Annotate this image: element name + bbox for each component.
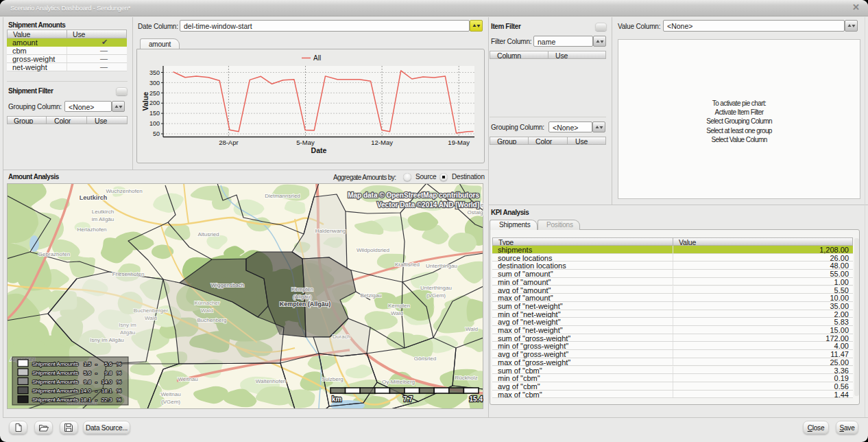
svg-text:%: % [117,388,121,394]
svg-text:5-May: 5-May [296,139,315,146]
svg-text:Wald: Wald [145,315,157,321]
svg-text:Kürnacher: Kürnacher [195,300,220,306]
svg-text:%: % [117,361,121,367]
svg-text:Vector Data ©2014 AND [World]: Vector Data ©2014 AND [World] [377,201,479,209]
svg-text:Wald: Wald [466,326,478,332]
svg-text:50: 50 [153,130,160,137]
svg-text:Sulzberg: Sulzberg [322,376,343,382]
svg-text:5.6: 5.6 [104,361,112,367]
svg-text:(VGem): (VGem) [161,399,180,405]
svg-text:im Allgäu: im Allgäu [92,216,114,222]
svg-text:Value: Value [141,92,149,111]
svg-text:Map data © OpenStreetMap contr: Map data © OpenStreetMap contributors [348,191,479,199]
svg-text:14.0: 14.0 [101,379,112,385]
svg-text:(VGem): (VGem) [426,292,446,299]
svg-text:Wald: Wald [201,307,213,314]
svg-text:-: - [95,370,97,376]
svg-text:Unterthingau: Unterthingau [426,263,457,269]
svg-text:Shipment Amounts: Shipment Amounts [32,397,78,403]
svg-text:100: 100 [149,120,160,127]
svg-text:Wiggensbach: Wiggensbach [211,282,244,288]
svg-text:-: - [95,397,97,403]
svg-text:250: 250 [149,90,160,97]
svg-text:Rückholz: Rückholz [455,375,478,381]
svg-text:km: km [332,395,342,403]
svg-text:1.5: 1.5 [84,361,92,367]
svg-text:18.1: 18.1 [101,388,112,394]
svg-text:-: - [95,361,97,367]
svg-text:Buchenberger: Buchenberger [134,307,169,314]
svg-text:Weitnau: Weitnau [160,391,180,397]
svg-text:(Allgäu): (Allgäu) [293,294,312,300]
svg-text:Görisried: Görisried [414,356,436,362]
svg-text:Herlazhofen: Herlazhofen [77,226,106,233]
svg-text:%: % [117,370,121,376]
svg-text:Waltenhofen: Waltenhofen [256,378,287,384]
svg-text:-: - [95,379,97,385]
svg-text:Haldenwang: Haldenwang [315,228,346,234]
svg-text:28-Apr: 28-Apr [219,139,239,146]
svg-text:Kempten: Kempten [291,286,313,292]
svg-text:7.7: 7.7 [403,395,413,403]
svg-text:Kempten (Allgäu): Kempten (Allgäu) [280,301,331,307]
svg-text:Wald: Wald [391,310,403,316]
svg-text:200: 200 [149,100,160,106]
svg-text:Friesenhofen: Friesenhofen [112,271,145,277]
svg-text:Shipment Amounts: Shipment Amounts [32,379,78,385]
svg-text:22.3: 22.3 [101,397,112,403]
svg-text:Shipment Amounts: Shipment Amounts [32,361,78,367]
svg-text:300: 300 [149,80,160,86]
svg-text:15.4: 15.4 [470,395,483,403]
svg-text:Date: Date [311,146,327,154]
svg-text:Shipment Amounts: Shipment Amounts [32,388,78,394]
svg-text:9.8: 9.8 [104,370,112,376]
svg-text:Isny im: Isny im [119,322,136,328]
svg-text:9.8: 9.8 [84,379,92,385]
svg-text:Leutkirch: Leutkirch [92,209,114,215]
svg-text:14.0: 14.0 [80,388,91,394]
svg-text:Unterthingau: Unterthingau [420,285,452,291]
svg-text:Gebrazhofen: Gebrazhofen [38,251,70,257]
svg-text:Durach: Durach [333,334,350,340]
svg-text:Leutkirch: Leutkirch [80,194,108,201]
svg-text:%: % [117,379,121,385]
svg-text:Kraftisried: Kraftisried [395,261,420,268]
svg-text:Oy-Mittelberg: Oy-Mittelberg [382,379,415,385]
svg-text:18.1: 18.1 [80,397,91,403]
svg-text:All: All [313,54,321,62]
svg-text:5.6: 5.6 [84,370,92,376]
svg-text:Weitnau: Weitnau [178,376,197,382]
svg-text:150: 150 [149,110,160,117]
svg-text:Kempten: Kempten [388,303,410,309]
svg-text:12-May: 12-May [371,139,393,146]
svg-text:Altusried: Altusried [197,231,219,237]
svg-text:350: 350 [149,69,160,76]
svg-text:%: % [117,397,121,403]
svg-text:Wuchzenhofen: Wuchzenhofen [106,188,142,194]
svg-text:Dietmannsried: Dietmannsried [265,193,300,199]
svg-text:Allgäu: Allgäu [120,329,135,336]
svg-text:Betzigau: Betzigau [360,292,381,299]
svg-text:Ostalg: Ostalg [467,209,483,216]
svg-text:Shipment Amounts: Shipment Amounts [32,370,78,376]
svg-text:-: - [95,388,97,394]
svg-text:Wildpoldsried: Wildpoldsried [357,247,389,253]
svg-text:Isny im Allgäu: Isny im Allgäu [90,337,123,343]
svg-text:19-May: 19-May [448,139,470,146]
svg-text:Buchenberg: Buchenberg [197,317,226,323]
